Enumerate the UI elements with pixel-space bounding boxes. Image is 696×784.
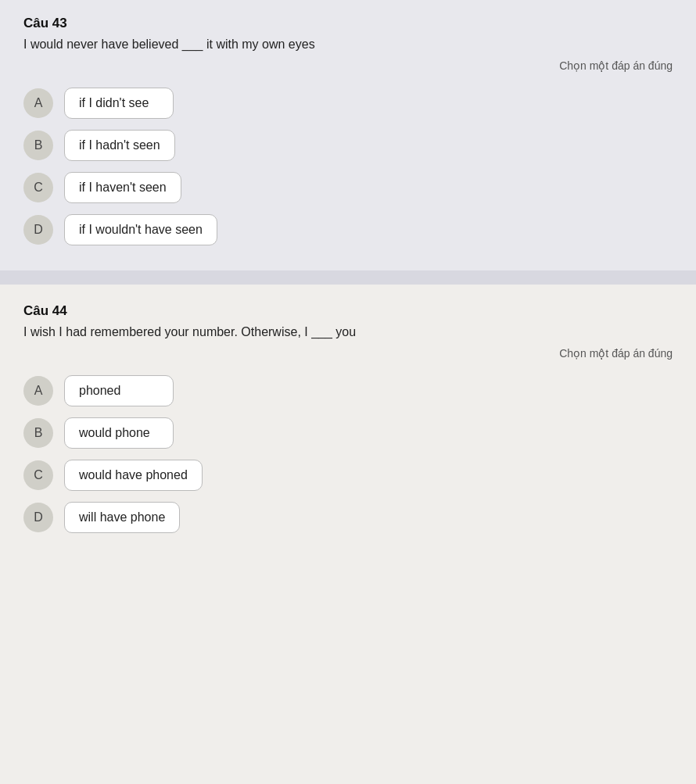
option-44-d-box[interactable]: will have phone	[64, 502, 180, 533]
question-44-instruction: Chọn một đáp án đúng	[23, 347, 673, 360]
option-43-c-circle: C	[23, 173, 53, 202]
option-44-a-box[interactable]: phoned	[64, 375, 174, 406]
option-43-d-box[interactable]: if I wouldn't have seen	[64, 214, 217, 245]
option-43-a-circle: A	[23, 88, 53, 118]
option-43-a-box[interactable]: if I didn't see	[64, 88, 174, 119]
question-44-label: Câu 44	[23, 303, 673, 319]
question-44-section: Câu 44 I wish I had remembered your numb…	[0, 285, 696, 557]
option-44-d-circle: D	[23, 503, 53, 532]
option-44-b[interactable]: B would phone	[23, 417, 673, 449]
option-44-a[interactable]: A phoned	[23, 375, 673, 406]
option-43-b-circle: B	[23, 131, 53, 160]
option-43-d-circle: D	[23, 215, 53, 245]
option-43-b[interactable]: B if I hadn't seen	[23, 130, 673, 161]
option-43-c-box[interactable]: if I haven't seen	[64, 172, 181, 203]
question-44-text: I wish I had remembered your number. Oth…	[23, 325, 673, 339]
option-44-b-circle: B	[23, 418, 53, 448]
question-43-text: I would never have believed ___ it with …	[23, 38, 673, 52]
option-44-b-box[interactable]: would phone	[64, 417, 174, 449]
option-43-b-box[interactable]: if I hadn't seen	[64, 130, 175, 161]
option-44-c-circle: C	[23, 460, 53, 490]
question-43-section: Câu 43 I would never have believed ___ i…	[0, 0, 696, 270]
option-44-c[interactable]: C would have phoned	[23, 460, 673, 491]
question-43-label: Câu 43	[23, 16, 673, 31]
question-43-options: A if I didn't see B if I hadn't seen C i…	[23, 88, 673, 245]
section-divider	[0, 270, 696, 285]
option-44-d[interactable]: D will have phone	[23, 502, 673, 533]
question-44-options: A phoned B would phone C would have phon…	[23, 375, 673, 533]
option-44-a-circle: A	[23, 376, 53, 406]
option-43-c[interactable]: C if I haven't seen	[23, 172, 673, 203]
option-44-c-box[interactable]: would have phoned	[64, 460, 203, 491]
option-43-d[interactable]: D if I wouldn't have seen	[23, 214, 673, 245]
question-43-instruction: Chọn một đáp án đúng	[23, 59, 673, 72]
option-43-a[interactable]: A if I didn't see	[23, 88, 673, 119]
